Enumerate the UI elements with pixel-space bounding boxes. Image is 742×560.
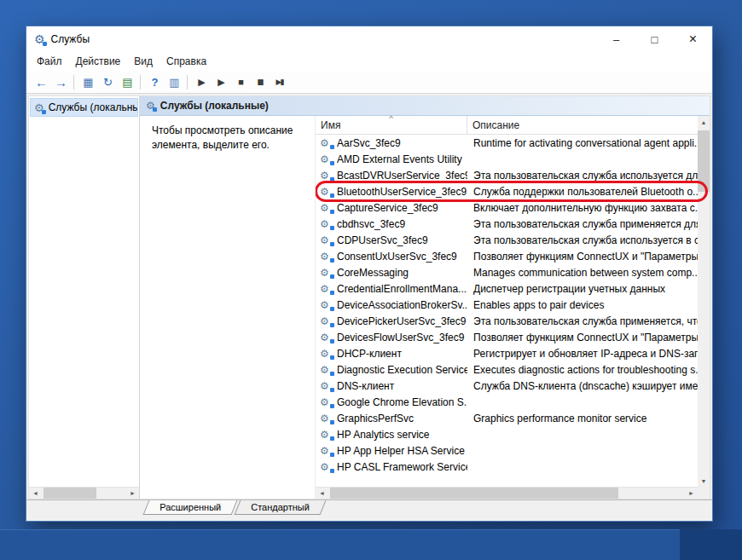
service-name: HP Analytics service <box>337 429 467 441</box>
scroll-left-button[interactable]: ◄ <box>29 488 42 499</box>
service-row[interactable]: ⚙CoreMessagingManages communication betw… <box>316 264 698 280</box>
service-row[interactable]: ⚙HP CASL Framework Service <box>316 459 698 475</box>
service-row[interactable]: ⚙DNS-клиентСлужба DNS-клиента (dnscache)… <box>316 378 698 394</box>
vertical-scrollbar-thumb[interactable] <box>698 130 710 192</box>
refresh-icon[interactable]: ↻ <box>97 72 117 91</box>
service-name: AMD External Events Utility <box>337 153 467 165</box>
service-gear-icon: ⚙ <box>320 316 333 326</box>
vertical-scrollbar-track[interactable] <box>698 192 710 475</box>
service-row[interactable]: ⚙GraphicsPerfSvcGraphics performance mon… <box>316 410 698 426</box>
export-list-icon[interactable]: ▤ <box>117 72 136 91</box>
service-gear-icon: ⚙ <box>320 203 333 213</box>
scroll-right-button[interactable]: ► <box>126 488 139 499</box>
service-name: CaptureService_3fec9 <box>337 202 467 214</box>
service-gear-icon: ⚙ <box>320 154 333 165</box>
service-gear-icon: ⚙ <box>320 365 333 375</box>
column-header-name[interactable]: ^ Имя <box>316 116 467 134</box>
service-row[interactable]: ⚙CDPUserSvc_3fec9Эта пользовательская сл… <box>316 232 698 248</box>
service-name: cbdhsvc_3fec9 <box>337 218 467 230</box>
service-description: Эта пользовательская служба применяется … <box>467 218 698 230</box>
scroll-up-button[interactable]: ▲ <box>698 116 710 128</box>
column-header-description[interactable]: Описание <box>467 116 698 134</box>
service-row[interactable]: ⚙Google Chrome Elevation S... <box>316 394 698 410</box>
scroll-right-button[interactable]: ► <box>685 488 698 499</box>
service-gear-icon: ⚙ <box>320 430 333 440</box>
scroll-left-button[interactable]: ◄ <box>316 488 328 499</box>
service-name: Diagnostic Execution Service <box>337 364 467 376</box>
service-gear-icon: ⚙ <box>320 235 333 245</box>
close-button[interactable]: × <box>674 26 712 52</box>
service-gear-icon: ⚙ <box>320 300 333 310</box>
tree-scrollbar-thumb[interactable] <box>43 488 96 499</box>
service-row[interactable]: ⚙CaptureService_3fec9Включает дополнител… <box>316 199 698 216</box>
main-pane: ⚙ Службы (локальные) Чтобы просмотреть о… <box>140 96 710 499</box>
taskbar <box>0 529 742 560</box>
window-bottom-edge <box>26 516 712 521</box>
service-row[interactable]: ⚙HP App Helper HSA Service <box>316 442 698 459</box>
service-gear-icon: ⚙ <box>320 462 333 472</box>
forward-icon[interactable]: → <box>50 72 70 91</box>
toolbar: ←→▦↻▤?▥▶▶■▮▮▶▮ <box>26 71 712 94</box>
maximize-button[interactable]: □ <box>635 26 674 52</box>
back-icon[interactable]: ← <box>31 72 50 91</box>
minimize-button[interactable]: – <box>597 26 635 52</box>
service-name: CoreMessaging <box>337 267 467 279</box>
service-description: Manages communication between system com… <box>467 267 698 279</box>
service-name: CredentialEnrollmentMana... <box>337 283 467 295</box>
list-horizontal-scrollbar[interactable]: ◄ ► <box>316 487 698 499</box>
horizontal-scrollbar-thumb[interactable] <box>330 488 618 499</box>
service-name: HP CASL Framework Service <box>337 461 467 473</box>
service-row[interactable]: ⚙DeviceAssociationBrokerSv...Enables app… <box>316 297 698 313</box>
service-name: DeviceAssociationBrokerSv... <box>337 299 467 311</box>
console-panes: ⚙ Службы (локальные) ◄ ► ⚙ Службы (локал… <box>28 95 710 499</box>
show-action-pane-icon[interactable]: ▥ <box>164 72 183 91</box>
tab-extended-view[interactable]: Расширенный <box>143 500 238 515</box>
start-service-icon[interactable]: ▶ <box>191 72 211 91</box>
service-name: DevicePickerUserSvc_3fec9 <box>337 315 467 327</box>
service-gear-icon: ⚙ <box>320 138 333 148</box>
description-hint-text: Чтобы просмотреть описание элемента, выд… <box>152 124 293 151</box>
desktop-background: ⚙ Службы – □ × Файл Действие Вид Справка… <box>0 0 742 560</box>
service-description: Runtime for activating conversational ag… <box>467 137 698 149</box>
service-description: Эта пользовательская служба используется… <box>467 170 698 182</box>
service-gear-icon: ⚙ <box>320 284 333 294</box>
tree-horizontal-scrollbar[interactable]: ◄ ► <box>29 487 139 499</box>
scroll-down-button[interactable]: ▼ <box>698 475 710 487</box>
service-row[interactable]: ⚙DHCP-клиентРегистрирует и обновляет IP-… <box>316 345 698 361</box>
show-console-tree-icon[interactable]: ▦ <box>78 72 97 91</box>
service-row[interactable]: ⚙DevicePickerUserSvc_3fec9Эта пользовате… <box>316 313 698 329</box>
restart-service-icon[interactable]: ▶▮ <box>270 72 289 91</box>
service-row[interactable]: ⚙Diagnostic Execution ServiceExecutes di… <box>316 361 698 378</box>
service-description: Enables apps to pair devices <box>467 299 698 311</box>
list-vertical-scrollbar[interactable]: ▲ ▼ <box>698 116 710 487</box>
service-row[interactable]: ⚙AarSvc_3fec9Runtime for activating conv… <box>316 135 698 151</box>
service-row[interactable]: ⚙ConsentUxUserSvc_3fec9Позволяет функция… <box>316 248 698 264</box>
menu-help[interactable]: Справка <box>159 54 213 69</box>
service-row[interactable]: ⚙AMD External Events Utility <box>316 151 698 167</box>
view-tabs: Расширенный Стандартный <box>26 499 712 516</box>
sort-ascending-icon: ^ <box>389 116 392 123</box>
tab-standard-label: Стандартный <box>251 502 310 512</box>
services-app-icon: ⚙ <box>34 33 45 45</box>
service-row[interactable]: ⚙CredentialEnrollmentMana...Диспетчер ре… <box>316 280 698 297</box>
scrollbar-corner <box>698 487 710 499</box>
tab-standard-view[interactable]: Стандартный <box>235 500 327 515</box>
service-row[interactable]: ⚙DevicesFlowUserSvc_3fec9Позволяет функц… <box>316 329 698 345</box>
stop-service-icon[interactable]: ■ <box>230 72 250 91</box>
service-row[interactable]: ⚙BluetoothUserService_3fec9Служба поддер… <box>316 183 698 199</box>
service-description: Регистрирует и обновляет IP-адреса и DNS… <box>467 348 698 360</box>
service-row[interactable]: ⚙BcastDVRUserService_3fec9Эта пользовате… <box>316 167 698 183</box>
service-row[interactable]: ⚙cbdhsvc_3fec9Эта пользовательская служб… <box>316 216 698 232</box>
menu-view[interactable]: Вид <box>127 54 159 69</box>
menu-file[interactable]: Файл <box>30 54 69 69</box>
tree-item-services-local[interactable]: ⚙ Службы (локальные) <box>30 98 138 117</box>
menu-action[interactable]: Действие <box>69 54 128 69</box>
help-icon[interactable]: ? <box>144 72 164 91</box>
column-header-description-label: Описание <box>472 119 519 131</box>
service-gear-icon: ⚙ <box>320 170 333 181</box>
resume-service-icon[interactable]: ▶ <box>211 72 230 91</box>
service-row[interactable]: ⚙HP Analytics service <box>316 426 698 442</box>
pause-service-icon[interactable]: ▮▮ <box>250 72 270 91</box>
titlebar[interactable]: ⚙ Службы – □ × <box>26 26 712 52</box>
service-name: DevicesFlowUserSvc_3fec9 <box>337 332 467 344</box>
